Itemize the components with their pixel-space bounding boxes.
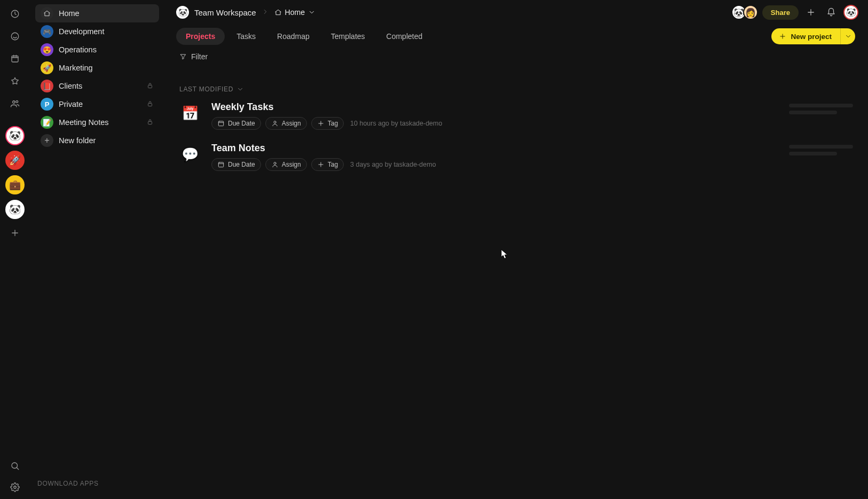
tab-tasks[interactable]: Tasks — [227, 28, 265, 45]
sidebar-folder-clients[interactable]: 📕Clients — [35, 77, 159, 95]
calendar-icon — [217, 161, 225, 168]
workspace-briefcase[interactable]: 💼 — [5, 175, 25, 194]
workspace-rocket[interactable]: 🚀 — [5, 151, 25, 170]
due-date-pill[interactable]: Due Date — [211, 117, 261, 130]
folder-icon: 📝 — [41, 116, 53, 129]
project-emoji: 💬 — [179, 144, 201, 165]
topbar: 🐼 Team Workspace Home 🐼 👩 Share — [167, 0, 868, 25]
workspace-avatar[interactable]: 🐼 — [176, 6, 189, 19]
user-icon — [271, 120, 279, 127]
main-panel: 🐼 Team Workspace Home 🐼 👩 Share — [167, 0, 868, 499]
tab-templates[interactable]: Templates — [321, 28, 375, 45]
sidebar-folder-private[interactable]: PPrivate — [35, 95, 159, 113]
new-project-label: New project — [791, 33, 832, 41]
tabs: ProjectsTasksRoadmapTemplatesCompleted N… — [167, 25, 868, 45]
svg-rect-8 — [148, 103, 152, 106]
folder-label: Operations — [59, 45, 154, 54]
sidebar-folder-operations[interactable]: 😍Operations — [35, 41, 159, 59]
svg-point-13 — [274, 162, 276, 165]
folder-icon: P — [41, 98, 53, 111]
new-project-caret[interactable] — [840, 28, 855, 44]
sort-header[interactable]: LAST MODIFIED — [167, 61, 868, 97]
sidebar-folder-home[interactable]: Home — [35, 4, 159, 22]
folder-icon: 🎮 — [41, 25, 53, 38]
presence-avatars[interactable]: 🐼 👩 — [735, 5, 758, 20]
tab-completed[interactable]: Completed — [377, 28, 432, 45]
chevron-down-icon — [308, 9, 315, 16]
tag-pill[interactable]: Tag — [311, 117, 344, 130]
plus-icon: + — [41, 134, 53, 147]
new-project-button[interactable]: New project — [771, 28, 855, 44]
assign-pill[interactable]: Assign — [265, 117, 307, 130]
svg-point-11 — [274, 121, 276, 123]
due-date-pill[interactable]: Due Date — [211, 158, 261, 171]
folder-icon — [41, 7, 53, 20]
project-progress — [789, 143, 853, 155]
folder-icon: 😍 — [41, 43, 53, 56]
svg-point-3 — [13, 101, 15, 104]
project-list: 📅Weekly TasksDue DateAssignTag10 hours a… — [167, 97, 868, 171]
breadcrumb-workspace[interactable]: Team Workspace — [194, 8, 256, 17]
folder-label: Meeting Notes — [59, 118, 141, 127]
tag-pill[interactable]: Tag — [311, 158, 344, 171]
lock-icon — [146, 82, 154, 91]
rail-calendar-icon[interactable] — [6, 50, 23, 67]
svg-rect-10 — [218, 121, 223, 126]
tab-roadmap[interactable]: Roadmap — [267, 28, 319, 45]
project-item[interactable]: 💬Team NotesDue DateAssignTag3 days ago b… — [179, 143, 853, 171]
project-title[interactable]: Team Notes — [211, 143, 778, 154]
svg-rect-7 — [148, 85, 152, 88]
user-icon — [271, 161, 279, 168]
svg-point-4 — [16, 100, 18, 103]
app-rail: 🐼 🚀 💼 🐼 — [0, 0, 30, 499]
filter-label: Filter — [191, 52, 208, 61]
workspace-current[interactable]: 🐼 — [5, 126, 25, 145]
notifications-icon[interactable] — [823, 4, 839, 20]
settings-icon[interactable] — [6, 479, 23, 496]
new-folder-button[interactable]: + New folder — [35, 131, 159, 150]
new-folder-label: New folder — [59, 136, 154, 145]
me-avatar[interactable]: 🐼 — [843, 5, 858, 20]
svg-point-1 — [11, 33, 19, 40]
workspace-plain[interactable]: 🐼 — [5, 200, 25, 219]
sort-label: LAST MODIFIED — [179, 85, 233, 93]
chevron-right-icon — [262, 8, 269, 17]
rail-recent-icon[interactable] — [6, 5, 23, 22]
breadcrumb: 🐼 Team Workspace Home — [176, 6, 315, 19]
add-button[interactable] — [803, 4, 819, 20]
plus-icon — [317, 120, 325, 127]
rail-contacts-icon[interactable] — [6, 95, 23, 112]
home-icon — [274, 9, 282, 16]
folder-label: Clients — [59, 82, 141, 90]
folder-label: Private — [59, 100, 141, 108]
breadcrumb-current[interactable]: Home — [274, 8, 315, 17]
folder-label: Development — [59, 27, 154, 36]
calendar-icon — [217, 120, 225, 127]
folder-label: Home — [59, 9, 154, 18]
project-item[interactable]: 📅Weekly TasksDue DateAssignTag10 hours a… — [179, 102, 853, 130]
sidebar: Home🎮Development😍Operations🚀Marketing📕Cl… — [30, 0, 167, 499]
chevron-down-icon — [236, 85, 244, 93]
breadcrumb-current-label: Home — [285, 8, 305, 17]
assign-pill[interactable]: Assign — [265, 158, 307, 171]
plus-icon — [779, 33, 786, 40]
folder-label: Marketing — [59, 64, 154, 72]
project-title[interactable]: Weekly Tasks — [211, 102, 778, 113]
project-emoji: 📅 — [179, 103, 201, 124]
filter-button[interactable]: Filter — [167, 45, 868, 61]
add-workspace-button[interactable] — [6, 224, 23, 241]
sidebar-folder-meeting-notes[interactable]: 📝Meeting Notes — [35, 113, 159, 131]
rail-tasks-icon[interactable] — [6, 28, 23, 45]
folder-icon: 🚀 — [41, 61, 53, 74]
sidebar-folder-development[interactable]: 🎮Development — [35, 22, 159, 41]
search-icon[interactable] — [6, 457, 23, 474]
project-timestamp: 3 days ago by taskade-demo — [350, 161, 436, 168]
share-button[interactable]: Share — [762, 5, 799, 20]
lock-icon — [146, 100, 154, 109]
download-apps-link[interactable]: DOWNLOAD APPS — [35, 474, 159, 495]
svg-rect-9 — [148, 121, 152, 124]
rail-star-icon[interactable] — [6, 73, 23, 90]
sidebar-folder-marketing[interactable]: 🚀Marketing — [35, 59, 159, 77]
tab-projects[interactable]: Projects — [176, 28, 225, 45]
folder-icon: 📕 — [41, 80, 53, 92]
